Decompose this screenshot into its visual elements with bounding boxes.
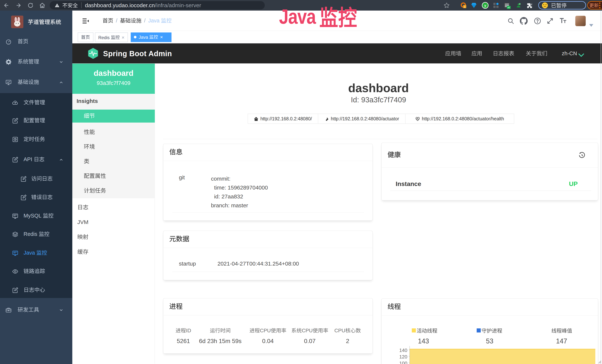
svg-text:on: on bbox=[508, 6, 510, 9]
svg-text:1: 1 bbox=[464, 5, 465, 8]
svg-text:y: y bbox=[484, 4, 486, 7]
